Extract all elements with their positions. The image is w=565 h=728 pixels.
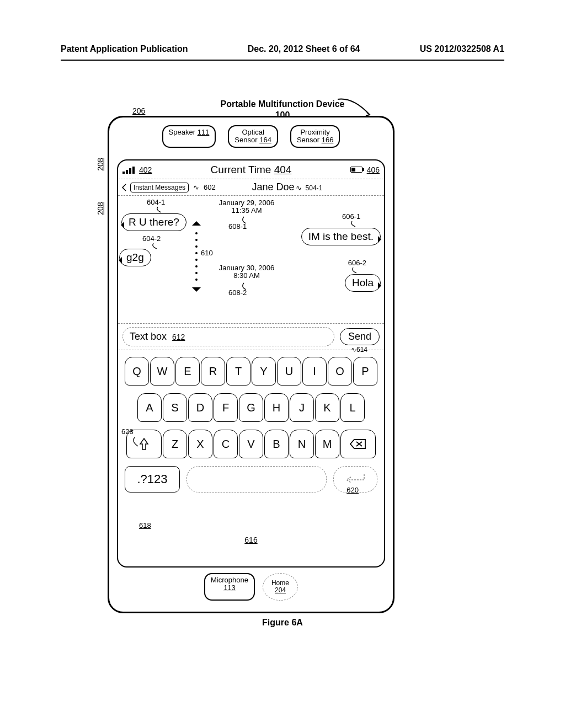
ref-606-2: 606-2 bbox=[348, 259, 366, 267]
ref-604-2: 604-2 bbox=[142, 234, 161, 243]
device-title: Portable Multifunction Device bbox=[0, 99, 565, 109]
ref-402: 402 bbox=[139, 165, 152, 174]
message-bubble-incoming-1[interactable]: R U there? bbox=[121, 213, 186, 231]
key-a[interactable]: A bbox=[137, 393, 162, 422]
ref-628: 628 bbox=[121, 427, 134, 436]
signal-icon bbox=[122, 166, 135, 174]
conversation-title: Jane Doe∿ 504-1 bbox=[219, 181, 355, 193]
key-h[interactable]: H bbox=[264, 393, 289, 422]
key-t[interactable]: T bbox=[226, 357, 250, 386]
ref-610: 610 bbox=[201, 249, 213, 257]
keyboard: Q W E R T Y U I O P A S D F G H J K L bbox=[118, 350, 384, 569]
text-input[interactable]: Text box 612 bbox=[122, 327, 334, 346]
back-button[interactable]: Instant Messages bbox=[130, 183, 189, 192]
ref-618: 618 bbox=[139, 521, 151, 529]
home-ref: 204 bbox=[275, 587, 286, 594]
microphone-ref: 113 bbox=[223, 584, 236, 592]
key-r[interactable]: R bbox=[201, 357, 225, 386]
conversation-view[interactable]: 604-1 R U there? 604-2 g2g January 29, 2… bbox=[118, 196, 384, 324]
compose-bar: Text box 612 Send bbox=[118, 324, 384, 350]
key-m[interactable]: M bbox=[315, 430, 339, 458]
optical-label: OpticalSensor 164 bbox=[234, 128, 271, 144]
battery-icon bbox=[350, 167, 363, 173]
speaker-ref: 111 bbox=[198, 128, 210, 136]
lead-628 bbox=[131, 436, 139, 447]
home-button[interactable]: Home 204 bbox=[263, 573, 298, 601]
ref-608-2: 608-2 bbox=[228, 288, 247, 297]
chevron-left-icon bbox=[121, 184, 127, 191]
figure-caption: Figure 6A bbox=[0, 618, 565, 628]
ref-612: 612 bbox=[172, 333, 185, 341]
keyboard-row-4: .?123 bbox=[120, 466, 382, 493]
optical-sensor-pill: OpticalSensor 164 bbox=[228, 125, 278, 148]
message-bubble-outgoing-2[interactable]: Hola bbox=[345, 274, 381, 292]
arrow-up-icon bbox=[192, 221, 201, 226]
ref-206: 206 bbox=[132, 106, 145, 115]
key-l[interactable]: L bbox=[340, 393, 365, 422]
key-p[interactable]: P bbox=[353, 357, 377, 386]
message-bubble-outgoing-1[interactable]: IM is the best. bbox=[301, 228, 381, 245]
keyboard-row-1: Q W E R T Y U I O P bbox=[120, 357, 382, 386]
scroll-indicator[interactable] bbox=[193, 221, 200, 292]
ref-208-top: 208 bbox=[96, 158, 105, 170]
key-d[interactable]: D bbox=[188, 393, 212, 422]
keyboard-row-2: A S D F G H J K L bbox=[120, 393, 382, 422]
key-k[interactable]: K bbox=[315, 393, 339, 422]
key-i[interactable]: I bbox=[302, 357, 327, 386]
key-g[interactable]: G bbox=[239, 393, 263, 422]
lead-604-1 bbox=[156, 206, 163, 213]
ref-608-1: 608-1 bbox=[228, 222, 247, 231]
key-q[interactable]: Q bbox=[125, 357, 149, 386]
backspace-icon bbox=[350, 438, 366, 449]
key-s[interactable]: S bbox=[163, 393, 187, 422]
header-rule bbox=[61, 60, 504, 61]
timestamp-2: January 30, 2006 8:30 AM bbox=[211, 264, 282, 280]
lead-606-1 bbox=[350, 220, 358, 228]
proximity-sensor-pill: ProximitySensor 166 bbox=[290, 125, 340, 148]
key-mode-switch[interactable]: .?123 bbox=[125, 466, 180, 493]
bottom-components: Microphone113 Home 204 bbox=[109, 573, 393, 601]
key-o[interactable]: O bbox=[328, 357, 352, 386]
scroll-dots bbox=[195, 228, 198, 285]
key-b[interactable]: B bbox=[264, 430, 289, 458]
ref-606-1: 606-1 bbox=[342, 212, 360, 221]
ref-208-bottom: 208 bbox=[96, 202, 105, 215]
return-icon bbox=[343, 472, 367, 486]
nav-bar: Instant Messages ∿ 602 Jane Doe∿ 504-1 bbox=[118, 179, 384, 196]
key-backspace[interactable] bbox=[340, 430, 376, 458]
keyboard-row-3: Z X C V B N M bbox=[120, 430, 382, 458]
key-space[interactable] bbox=[186, 466, 327, 493]
ref-602: 602 bbox=[204, 183, 216, 191]
lead-604-2 bbox=[151, 242, 159, 250]
send-button[interactable]: Send bbox=[340, 328, 380, 345]
speaker-pill: Speaker 111 bbox=[162, 125, 216, 148]
key-u[interactable]: U bbox=[277, 357, 301, 386]
pub-date-sheet: Dec. 20, 2012 Sheet 6 of 64 bbox=[188, 44, 420, 54]
ref-604-1: 604-1 bbox=[147, 198, 165, 206]
timestamp-1: January 29, 2006 11:35 AM bbox=[211, 199, 282, 215]
page-header: Patent Application Publication Dec. 20, … bbox=[61, 44, 504, 54]
top-components: Speaker 111 OpticalSensor 164 ProximityS… bbox=[109, 125, 393, 148]
ref-406: 406 bbox=[367, 165, 380, 174]
ref-620: 620 bbox=[347, 486, 359, 494]
status-bar: 402 Current Time 404 406 bbox=[118, 160, 384, 179]
microphone-pill: Microphone113 bbox=[204, 573, 255, 601]
key-z[interactable]: Z bbox=[163, 430, 187, 458]
pub-label: Patent Application Publication bbox=[61, 44, 188, 54]
squiggle-602: ∿ bbox=[193, 183, 199, 191]
speaker-label: Speaker bbox=[169, 128, 198, 136]
key-j[interactable]: J bbox=[290, 393, 314, 422]
key-c[interactable]: C bbox=[214, 430, 238, 458]
text-input-placeholder: Text box bbox=[130, 331, 167, 342]
key-n[interactable]: N bbox=[290, 430, 314, 458]
pub-number: US 2012/0322508 A1 bbox=[420, 44, 504, 54]
key-f[interactable]: F bbox=[214, 393, 238, 422]
key-x[interactable]: X bbox=[188, 430, 212, 458]
message-bubble-incoming-2[interactable]: g2g bbox=[119, 249, 151, 266]
touch-screen[interactable]: 402 Current Time 404 406 Instant Message… bbox=[117, 159, 385, 568]
key-y[interactable]: Y bbox=[252, 357, 276, 386]
key-e[interactable]: E bbox=[175, 357, 200, 386]
key-v[interactable]: V bbox=[239, 430, 263, 458]
ref-616: 616 bbox=[118, 536, 384, 544]
key-w[interactable]: W bbox=[150, 357, 174, 386]
